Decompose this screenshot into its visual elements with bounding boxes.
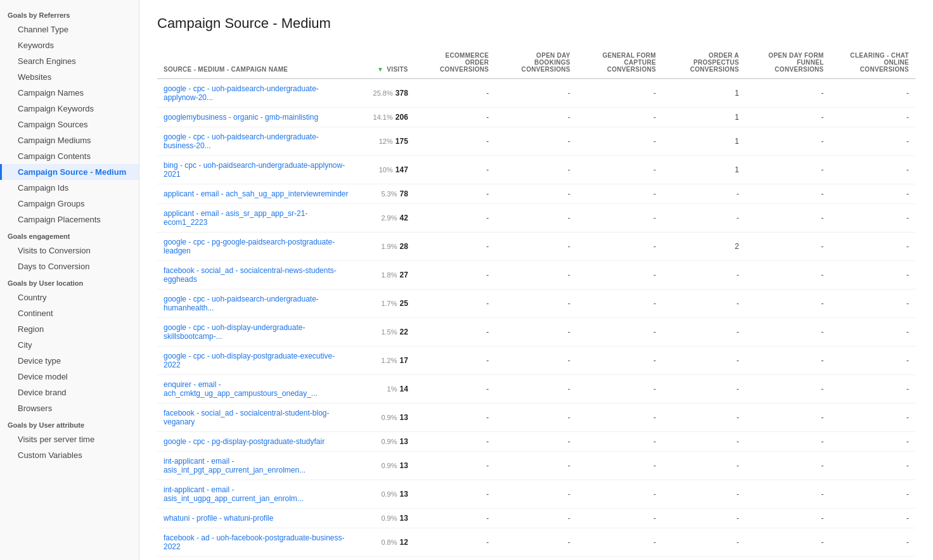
cell-openday_bookings: -	[495, 452, 577, 480]
col-header-openday_funnel[interactable]: OPEN DAY FORM FUNNEL CONVERSIONS	[745, 47, 830, 79]
visits-num: 12	[399, 538, 408, 547]
cell-openday_funnel: -	[745, 375, 830, 404]
sidebar-item[interactable]: Campaign Contents	[0, 148, 139, 164]
cell-openday_bookings: -	[495, 156, 577, 184]
cell-visits: 1.5%22	[357, 318, 415, 347]
sidebar-item[interactable]: Visits to Conversion	[0, 243, 139, 258]
cell-visits: 14.1%206	[357, 108, 415, 127]
col-header-general_form[interactable]: GENERAL FORM CAPTURE CONVERSIONS	[577, 47, 662, 79]
visits-pct: 14.1%	[373, 113, 393, 121]
cell-ecommerce: -	[415, 452, 495, 480]
cell-name[interactable]: facebook - social_ad - socialcentral-new…	[157, 261, 357, 290]
cell-name[interactable]: enquirer - email - ach_cmktg_ug_app_camp…	[157, 375, 357, 404]
cell-general_form: -	[577, 318, 662, 347]
col-header-name[interactable]: SOURCE - MEDIUM - CAMPAIGN NAME	[157, 47, 357, 79]
cell-name[interactable]: google - cpc - uoh-paidsearch-undergradu…	[157, 290, 357, 318]
cell-general_form: -	[577, 452, 662, 480]
sidebar-item[interactable]: Campaign Placements	[0, 212, 139, 227]
cell-visits: 0.8%12	[357, 528, 415, 557]
table-row: applicant - email - ach_sah_ug_app_inter…	[157, 184, 915, 204]
sidebar-item[interactable]: Campaign Names	[0, 85, 139, 101]
cell-openday_bookings: -	[495, 204, 577, 232]
col-header-openday_bookings[interactable]: OPEN DAY BOOKINGS CONVERSIONS	[495, 47, 577, 79]
sidebar-item[interactable]: Campaign Groups	[0, 196, 139, 212]
cell-order_prospectus: -	[662, 290, 745, 318]
cell-name[interactable]: google - cpc - pg-display-postgraduate-s…	[157, 432, 357, 452]
sidebar-item[interactable]: Device model	[0, 369, 139, 385]
col-header-ecommerce[interactable]: ECOMMERCE ORDER CONVERSIONS	[415, 47, 495, 79]
cell-clearing_chat: -	[830, 232, 915, 261]
sidebar-item[interactable]: Device brand	[0, 385, 139, 400]
cell-name[interactable]: facebook - social_ad - socialcentral-stu…	[157, 404, 357, 432]
sidebar-item[interactable]: Days to Conversion	[0, 258, 139, 274]
sidebar-item[interactable]: Custom Variables	[0, 447, 139, 463]
cell-clearing_chat: -	[830, 557, 915, 561]
cell-clearing_chat: -	[830, 452, 915, 480]
cell-openday_bookings: -	[495, 127, 577, 156]
cell-order_prospectus: -	[662, 375, 745, 404]
col-header-visits[interactable]: ▼ VISITS	[357, 47, 415, 79]
sidebar: Goals by ReferrersChannel TypeKeywordsSe…	[0, 0, 139, 560]
visits-pct: 1.7%	[381, 300, 397, 307]
cell-name[interactable]: facebook - ad - uoh-facebook-postgraduat…	[157, 528, 357, 557]
sidebar-item[interactable]: Device type	[0, 353, 139, 369]
cell-ecommerce: -	[415, 432, 495, 452]
sidebar-item[interactable]: Country	[0, 290, 139, 305]
visits-num: 13	[399, 437, 408, 446]
visits-num: 22	[399, 328, 408, 336]
cell-general_form: -	[577, 79, 662, 108]
cell-name[interactable]: google - cpc - uoh-paidsearch-undergradu…	[157, 127, 357, 156]
sidebar-item[interactable]: Websites	[0, 69, 139, 85]
visits-num: 28	[399, 242, 408, 251]
visits-num: 175	[396, 137, 408, 146]
cell-name[interactable]: whatuni - profile - whatuni-profile	[157, 509, 357, 528]
sidebar-item[interactable]: Campaign Ids	[0, 180, 139, 196]
sidebar-item[interactable]: Continent	[0, 305, 139, 321]
visits-pct: 12%	[379, 137, 393, 145]
cell-name[interactable]: googlemybusiness - organic - gmb-mainlis…	[157, 108, 357, 127]
cell-name[interactable]: google - cpc - uoh-display-postgraduate-…	[157, 347, 357, 375]
sidebar-item[interactable]: Campaign Sources	[0, 117, 139, 132]
sidebar-item[interactable]: Channel Type	[0, 22, 139, 37]
sidebar-item[interactable]: Region	[0, 321, 139, 337]
sidebar-item[interactable]: City	[0, 337, 139, 353]
cell-name[interactable]: applicant - email - asis_sr_app_app_sr-2…	[157, 204, 357, 232]
cell-general_form: -	[577, 204, 662, 232]
cell-order_prospectus: -	[662, 261, 745, 290]
sidebar-section-header: Goals engagement	[0, 227, 139, 243]
main-content: Campaign Source - Medium SOURCE - MEDIUM…	[139, 0, 933, 560]
sidebar-item[interactable]: Campaign Mediums	[0, 132, 139, 148]
sidebar-item[interactable]: Campaign Source - Medium	[0, 164, 139, 180]
cell-name[interactable]: google - cpc - pg-google-paidsearch-post…	[157, 232, 357, 261]
cell-visits: 0.8%11	[357, 557, 415, 561]
cell-visits: 0.9%13	[357, 509, 415, 528]
sidebar-item[interactable]: Browsers	[0, 400, 139, 416]
cell-clearing_chat: -	[830, 127, 915, 156]
cell-name[interactable]: applicant - email - asis_cmktg_ug_pgt_ap…	[157, 557, 357, 561]
cell-general_form: -	[577, 557, 662, 561]
cell-openday_bookings: -	[495, 79, 577, 108]
cell-ecommerce: -	[415, 184, 495, 204]
sidebar-item[interactable]: Visits per server time	[0, 431, 139, 447]
sidebar-item[interactable]: Campaign Keywords	[0, 101, 139, 117]
cell-name[interactable]: applicant - email - ach_sah_ug_app_inter…	[157, 184, 357, 204]
cell-name[interactable]: int-applicant - email - asis_int_ugpg_ap…	[157, 480, 357, 509]
cell-name[interactable]: google - cpc - uoh-paidsearch-undergradu…	[157, 79, 357, 108]
cell-openday_bookings: -	[495, 509, 577, 528]
col-header-clearing_chat[interactable]: CLEARING - CHAT ONLINE CONVERSIONS	[830, 47, 915, 79]
cell-name[interactable]: int-applicant - email - asis_int_pgt_app…	[157, 452, 357, 480]
cell-openday_bookings: -	[495, 375, 577, 404]
cell-openday_funnel: -	[745, 290, 830, 318]
cell-name[interactable]: google - cpc - uoh-display-undergraduate…	[157, 318, 357, 347]
cell-openday_funnel: -	[745, 509, 830, 528]
cell-general_form: -	[577, 108, 662, 127]
col-header-order_prospectus[interactable]: ORDER A PROSPECTUS CONVERSIONS	[662, 47, 745, 79]
cell-general_form: -	[577, 480, 662, 509]
cell-name[interactable]: bing - cpc - uoh-paidsearch-undergraduat…	[157, 156, 357, 184]
table-row: applicant - email - asis_cmktg_ug_pgt_ap…	[157, 557, 915, 561]
table-row: facebook - social_ad - socialcentral-new…	[157, 261, 915, 290]
visits-num: 27	[399, 270, 408, 279]
sidebar-item[interactable]: Search Engines	[0, 53, 139, 69]
visits-num: 378	[396, 89, 408, 98]
sidebar-item[interactable]: Keywords	[0, 37, 139, 53]
